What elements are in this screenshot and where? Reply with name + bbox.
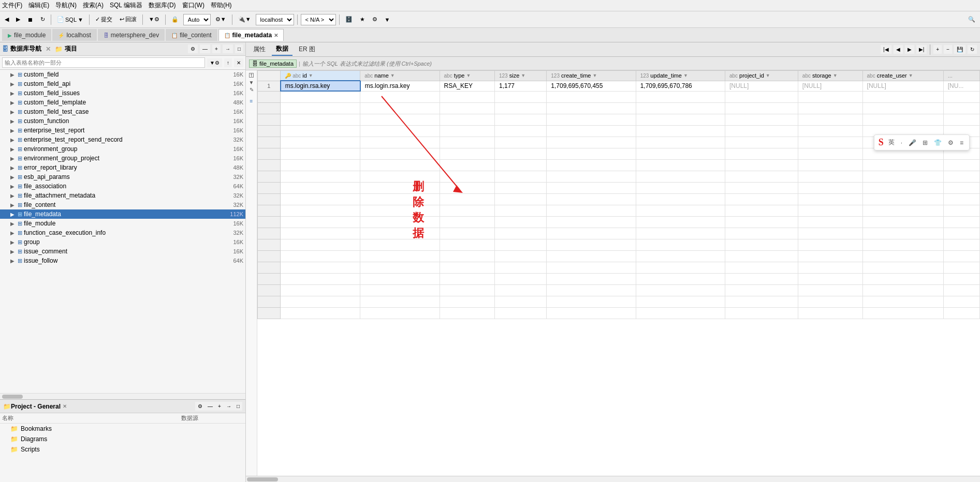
toolbar-connect-btn[interactable]: 🔌▼ [236, 14, 254, 24]
table-search-input[interactable] [2, 57, 205, 68]
bottom-panel-gear-btn[interactable]: ⚙ [195, 402, 205, 411]
toolbar-global-search-btn[interactable]: 🔍 [966, 14, 978, 24]
sort-icon[interactable]: ▼ [592, 73, 597, 78]
col-header-create_time[interactable]: 123 create_time ▼ [547, 71, 636, 81]
tree-item-enterprise_test_report_send_record[interactable]: ▶ ⊞ enterprise_test_report_send_record 3… [0, 135, 245, 144]
tree-item-custom_field_issues[interactable]: ▶ ⊞ custom_field_issues 16K [0, 88, 245, 98]
tab-file-metadata[interactable]: 📋 file_metadata ✕ [218, 29, 284, 41]
toolbar-stop-btn[interactable]: ⏹ [25, 15, 36, 24]
panel-maximize-btn[interactable]: □ [235, 44, 243, 53]
panel-plus-btn[interactable]: + [212, 44, 221, 53]
toolbar-submit-btn[interactable]: ✓ 提交 [93, 14, 115, 25]
tree-item-esb_api_params[interactable]: ▶ ⊞ esb_api_params 32K [0, 172, 245, 182]
data-nav-first[interactable]: |◀ [881, 45, 891, 54]
search-up-btn[interactable]: ↑ [224, 58, 232, 67]
auto-commit-select[interactable]: Auto [183, 14, 211, 25]
tab-data[interactable]: 数据 [272, 43, 292, 56]
col-header-id[interactable]: 🔑 abc id ▼ [281, 71, 360, 81]
sogou-mic-btn[interactable]: 🎤 [907, 138, 918, 147]
data-refresh-btn[interactable]: ↻ [968, 45, 977, 54]
toolbar-star-btn[interactable]: ★ [357, 14, 368, 24]
toolbar-search-btn[interactable]: ▼ [382, 15, 393, 24]
host-select[interactable]: localhost [256, 14, 294, 25]
panel-config-btn[interactable]: ⚙ [188, 44, 198, 53]
sort-icon[interactable]: ▼ [309, 73, 313, 78]
table-row[interactable]: 1ms.login.rsa.keyms.login.rsa.keyRSA_KEY… [258, 81, 980, 91]
cell-project_id[interactable]: [NULL] [725, 81, 798, 91]
toolbar-refresh-btn[interactable]: ↻ [38, 14, 48, 24]
tab-properties[interactable]: 属性 [249, 43, 270, 55]
tree-item-environment_group[interactable]: ▶ ⊞ environment_group 16K [0, 144, 245, 154]
menu-edit[interactable]: 编辑(E) [28, 1, 49, 10]
col-header-project_id[interactable]: abc project_id ▼ [725, 71, 798, 81]
tree-item-custom_function[interactable]: ▶ ⊞ custom_function 16K [0, 116, 245, 126]
sogou-dot-btn[interactable]: · [899, 138, 904, 147]
bottom-panel-close[interactable]: ✕ [63, 403, 67, 409]
sort-icon[interactable]: ▼ [521, 73, 525, 78]
sogou-menu-btn[interactable]: ≡ [958, 138, 965, 147]
cell-id[interactable]: ms.login.rsa.key [281, 81, 360, 91]
tree-item-file_attachment_metadata[interactable]: ▶ ⊞ file_attachment_metadata 32K [0, 191, 245, 200]
toolbar-rollback-btn[interactable]: ↩ 回滚 [117, 14, 139, 25]
cell-create_user[interactable]: [NULL] [862, 81, 943, 91]
sogou-grid-btn[interactable]: ⊞ [921, 138, 929, 147]
tree-item-custom_field_test_case[interactable]: ▶ ⊞ custom_field_test_case 16K [0, 107, 245, 116]
sort-icon[interactable]: ▼ [390, 73, 395, 78]
tree-item-error_report_library[interactable]: ▶ ⊞ error_report_library 48K [0, 163, 245, 172]
tree-item-enterprise_test_report[interactable]: ▶ ⊞ enterprise_test_report 16K [0, 126, 245, 135]
sort-icon[interactable]: ▼ [766, 73, 770, 78]
cell-update_time[interactable]: 1,709,695,670,786 [636, 81, 725, 91]
menu-window[interactable]: 窗口(W) [182, 1, 204, 10]
tree-item-file_association[interactable]: ▶ ⊞ file_association 64K [0, 182, 245, 191]
search-close-btn[interactable]: ✕ [234, 58, 243, 67]
tab-localhost[interactable]: ⚡ localhost [52, 29, 96, 41]
menu-help[interactable]: 帮助(H) [211, 1, 232, 10]
tab-er-diagram[interactable]: ER 图 [295, 43, 319, 55]
data-save-btn[interactable]: 💾 [954, 45, 966, 54]
data-nav-next[interactable]: ▶ [905, 45, 914, 54]
tree-item-file_module[interactable]: ▶ ⊞ file_module 16K [0, 219, 245, 228]
sogou-lang-btn[interactable]: 英 [887, 137, 896, 148]
menu-nav[interactable]: 导航(N) [55, 1, 77, 10]
bottom-panel-arr-btn[interactable]: → [224, 402, 234, 411]
tree-item-custom_field[interactable]: ▶ ⊞ custom_field 16K [0, 70, 245, 79]
project-tree-item-bookmarks[interactable]: 📁 Bookmarks [0, 424, 245, 434]
tree-item-custom_field_api[interactable]: ▶ ⊞ custom_field_api 16K [0, 79, 245, 88]
data-nav-prev[interactable]: ◀ [894, 45, 903, 54]
tree-item-custom_field_template[interactable]: ▶ ⊞ custom_field_template 48K [0, 98, 245, 107]
col-header-size[interactable]: 123 size ▼ [495, 71, 547, 81]
horizontal-scrollbar[interactable] [246, 476, 980, 482]
toolbar-gear-btn[interactable]: ⚙ [370, 14, 380, 24]
menu-file[interactable]: 文件(F) [2, 1, 22, 10]
toolbar-back-btn[interactable]: ◀ [2, 14, 11, 24]
project-tree-item-scripts[interactable]: 📁 Scripts [0, 444, 245, 455]
sort-icon[interactable]: ▼ [833, 73, 838, 78]
cell-create_time[interactable]: 1,709,695,670,455 [547, 81, 636, 91]
col-header-type[interactable]: abc type ▼ [440, 71, 494, 81]
toolbar-fwd-btn[interactable]: ▶ [13, 14, 23, 24]
toolbar-sql-btn[interactable]: 📄 SQL ▼ [54, 14, 86, 24]
tree-item-function_case_execution_info[interactable]: ▶ ⊞ function_case_execution_info 32K [0, 228, 245, 237]
data-delete-btn[interactable]: − [944, 45, 952, 54]
tree-scrollbar[interactable] [0, 393, 245, 399]
tab-file-content[interactable]: 📋 file_content [166, 29, 217, 41]
tree-item-file_content[interactable]: ▶ ⊞ file_content 32K [0, 200, 245, 209]
col-header-storage[interactable]: abc storage ▼ [798, 71, 862, 81]
sort-icon[interactable]: ▼ [909, 73, 913, 78]
menu-search[interactable]: 搜索(A) [83, 1, 104, 10]
col-header-update_time[interactable]: 123 update_time ▼ [636, 71, 725, 81]
sql-filter-input[interactable] [302, 61, 977, 67]
col-header-name[interactable]: abc name ▼ [360, 71, 440, 81]
tree-item-issue_follow[interactable]: ▶ ⊞ issue_follow 64K [0, 256, 245, 265]
tree-item-issue_comment[interactable]: ▶ ⊞ issue_comment 16K [0, 247, 245, 256]
data-grid-container[interactable]: 🔑 abc id ▼ abc name ▼ abc type ▼ 123 siz… [257, 70, 980, 476]
toolbar-db-btn[interactable]: 🗄️ [343, 14, 355, 24]
tree-item-group[interactable]: ▶ ⊞ group 16K [0, 237, 245, 247]
cell-type[interactable]: RSA_KEY [440, 81, 494, 91]
db-select[interactable]: < N/A > [301, 14, 336, 25]
project-tree-item-diagrams[interactable]: 📁 Diagrams [0, 434, 245, 444]
col-header-create_user[interactable]: abc create_user ▼ [862, 71, 943, 81]
menu-sql-editor[interactable]: SQL 编辑器 [110, 1, 142, 10]
search-filter-btn[interactable]: ▼⚙ [207, 58, 222, 67]
data-nav-last[interactable]: ▶| [916, 45, 927, 54]
